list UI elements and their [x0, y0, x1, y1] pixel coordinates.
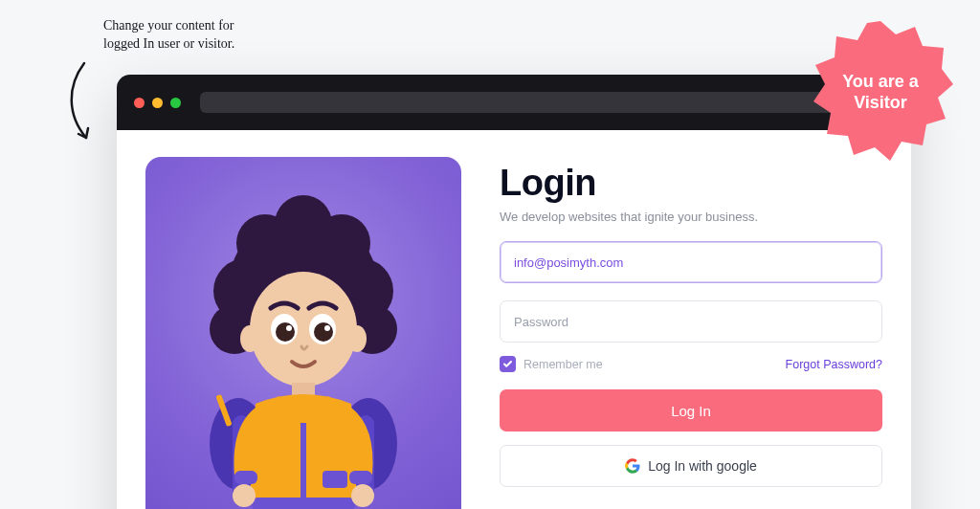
visitor-badge-text: You are a Visitor	[833, 71, 928, 114]
svg-point-20	[324, 325, 330, 331]
annotation-line1: Change your content for	[103, 18, 234, 33]
svg-rect-24	[323, 471, 347, 488]
svg-rect-23	[252, 498, 355, 509]
svg-rect-22	[301, 423, 306, 503]
browser-window: Login We develop websites that ignite yo…	[117, 75, 911, 509]
page-subtitle: We develop websites that ignite your bus…	[500, 210, 882, 224]
visitor-badge: You are a Visitor	[808, 19, 953, 165]
maximize-icon[interactable]	[170, 98, 181, 108]
forgot-password-link[interactable]: Forgot Password?	[786, 358, 882, 371]
svg-point-9	[275, 195, 332, 253]
page-title: Login	[500, 163, 882, 204]
remember-me[interactable]: Remember me	[500, 356, 603, 372]
svg-rect-26	[349, 471, 372, 484]
annotation-line2: logged In user or visitor.	[103, 36, 234, 51]
address-bar[interactable]	[200, 92, 894, 113]
hero-illustration	[145, 157, 461, 509]
minimize-icon[interactable]	[152, 98, 163, 108]
svg-point-19	[286, 325, 292, 331]
titlebar	[117, 75, 911, 130]
svg-point-14	[347, 325, 367, 352]
svg-point-28	[351, 484, 374, 507]
svg-point-17	[276, 322, 295, 342]
remember-me-label: Remember me	[523, 358, 603, 371]
svg-point-13	[240, 325, 259, 352]
page-content: Login We develop websites that ignite yo…	[117, 130, 911, 509]
window-controls	[134, 98, 181, 108]
google-button-label: Log In with google	[648, 458, 757, 474]
svg-point-27	[233, 484, 256, 507]
svg-point-18	[314, 322, 333, 342]
badge-line1: You are a	[842, 72, 919, 91]
login-button[interactable]: Log In	[500, 389, 882, 432]
checkbox-icon	[500, 356, 516, 372]
character-illustration	[179, 195, 428, 509]
svg-rect-25	[234, 471, 257, 484]
login-with-google-button[interactable]: Log In with google	[500, 445, 882, 487]
close-icon[interactable]	[134, 98, 145, 108]
arrow-icon	[57, 57, 105, 153]
email-field[interactable]	[500, 241, 882, 283]
handwritten-annotation: Change your content for logged In user o…	[103, 17, 234, 54]
password-field[interactable]	[500, 300, 882, 343]
login-panel: Login We develop websites that ignite yo…	[500, 157, 882, 509]
login-options-row: Remember me Forgot Password?	[500, 356, 882, 372]
badge-line2: Visitor	[854, 93, 907, 112]
google-icon	[625, 458, 640, 474]
svg-point-12	[250, 272, 357, 387]
